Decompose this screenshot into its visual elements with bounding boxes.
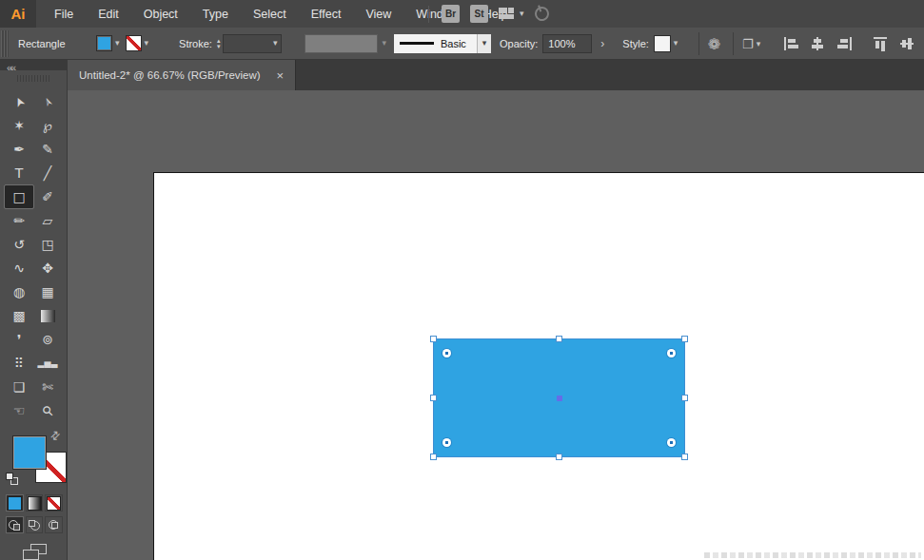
canvas[interactable] — [68, 90, 924, 560]
fill-swatch[interactable] — [96, 35, 112, 51]
stroke-none-swatch[interactable] — [126, 35, 142, 51]
tool-perspective-grid[interactable]: ▦ — [33, 280, 62, 303]
opacity-input[interactable]: 100% — [542, 34, 592, 53]
stroke-weight-dropdown[interactable]: ▾ — [223, 34, 282, 53]
tool-hand[interactable]: ☜ — [5, 399, 33, 422]
align-middle-button[interactable] — [896, 34, 917, 53]
menu-file[interactable]: File — [42, 0, 86, 28]
draw-inside-button[interactable] — [45, 516, 63, 533]
menu-view[interactable]: View — [353, 0, 403, 28]
shape-icon: ❐ — [742, 37, 754, 51]
tool-column-graph[interactable]: ▂▅▃ — [33, 352, 62, 375]
align-center-button[interactable] — [807, 34, 828, 53]
selection-handle[interactable] — [556, 336, 562, 342]
tool-lasso[interactable]: ℘ — [33, 114, 62, 137]
tool-width[interactable]: ∿ — [5, 257, 33, 280]
align-left-button[interactable] — [780, 34, 801, 53]
artboard-icon: ❏ — [13, 380, 26, 394]
opacity-submenu-arrow[interactable]: › — [596, 34, 609, 53]
chevron-down-icon: ▾ — [382, 39, 386, 48]
draw-behind-button[interactable] — [26, 516, 44, 533]
selection-handle[interactable] — [430, 454, 437, 460]
style-dropdown[interactable]: ▾ — [654, 35, 678, 52]
brush-dropdown-button[interactable]: ▾ — [477, 34, 491, 53]
tool-slice[interactable]: ✄ — [33, 376, 62, 398]
center-point[interactable] — [557, 396, 562, 401]
chevron-down-icon: ▾ — [674, 39, 678, 48]
selection-handle[interactable] — [430, 336, 437, 342]
default-fill-stroke-icon[interactable] — [6, 473, 19, 486]
tool-paintbrush[interactable]: ✐ — [33, 185, 62, 208]
selection-handle[interactable] — [681, 336, 688, 342]
shape-menu-button[interactable]: ❐ ▾ — [742, 28, 760, 60]
tool-zoom[interactable]: ⚲ — [33, 399, 62, 422]
tool-gradient[interactable]: ▒ — [33, 304, 62, 327]
panel-grip[interactable] — [17, 75, 49, 82]
illustrator-window: Ai FileEditObjectTypeSelectEffectViewWin… — [0, 0, 924, 560]
color-swatch-icon — [9, 497, 21, 510]
tool-direct-selection[interactable]: ➢ — [33, 90, 62, 113]
recolor-artwork-button[interactable]: ❁ — [708, 28, 720, 60]
tool-artboard[interactable]: ❏ — [5, 376, 33, 398]
selection-handle[interactable] — [556, 454, 562, 460]
corner-radius-widget[interactable] — [667, 438, 676, 447]
tool-mesh[interactable]: ▩ — [5, 304, 33, 327]
blend-icon: ⊚ — [42, 333, 53, 346]
tool-symbol-sprayer[interactable]: ⠿ — [5, 352, 33, 375]
screen-mode-button[interactable] — [23, 544, 61, 560]
tool-pen[interactable]: ✒ — [5, 138, 33, 161]
tool-shaper[interactable]: ✏ — [5, 209, 33, 232]
align-top-button[interactable] — [870, 34, 891, 53]
menu-effect[interactable]: Effect — [299, 0, 354, 28]
swap-fill-stroke-icon[interactable]: ⇄ — [48, 427, 64, 443]
corner-radius-widget[interactable] — [442, 349, 451, 357]
none-mode-button[interactable] — [45, 494, 63, 512]
tool-rotate[interactable]: ↺ — [5, 233, 33, 256]
menu-select[interactable]: Select — [241, 0, 299, 28]
tool-magic-wand[interactable]: ✶ — [5, 114, 33, 137]
corner-radius-widget[interactable] — [667, 349, 676, 357]
tool-rectangle[interactable]: □ — [5, 185, 33, 208]
tool-blend[interactable]: ⊚ — [33, 328, 62, 351]
menu-edit[interactable]: Edit — [86, 0, 131, 28]
selected-rectangle[interactable] — [433, 338, 685, 457]
tool-curvature[interactable]: ✎ — [33, 138, 62, 161]
document-tab[interactable]: Untitled-2* @ 66.67% (RGB/Preview) × — [68, 60, 296, 90]
fill-indicator[interactable] — [12, 435, 47, 470]
width-profile-dropdown[interactable] — [305, 34, 378, 53]
tool-type[interactable]: T — [5, 162, 33, 184]
tool-eyedropper[interactable]: ❜ — [5, 328, 33, 351]
stock-button[interactable]: St — [470, 5, 488, 23]
brush-preview[interactable]: Basic — [394, 34, 477, 53]
align-right-button[interactable] — [834, 34, 855, 53]
fill-color-dropdown[interactable]: ▾ — [96, 35, 120, 51]
workspace-switcher[interactable]: ▾ — [499, 8, 524, 20]
menubar-right: Br St ▾ — [428, 0, 549, 28]
selection-handle[interactable] — [430, 395, 437, 401]
style-swatch[interactable] — [654, 35, 671, 52]
selection-handle[interactable] — [681, 395, 688, 401]
tool-line-segment[interactable]: ╱ — [33, 162, 62, 184]
gradient-mode-button[interactable] — [26, 494, 44, 512]
divider — [698, 28, 699, 60]
tool-scale[interactable]: ◳ — [33, 233, 62, 256]
tool-shape-builder[interactable]: ◍ — [5, 280, 33, 303]
corner-radius-widget[interactable] — [442, 438, 451, 447]
close-tab-button[interactable]: × — [276, 68, 284, 83]
color-mode-button[interactable] — [6, 494, 24, 512]
step-down-icon[interactable]: ▾ — [217, 44, 221, 49]
panel-grip-handle[interactable] — [1, 30, 9, 57]
tool-eraser[interactable]: ▱ — [33, 209, 62, 232]
power-icon[interactable] — [533, 5, 551, 23]
draw-normal-button[interactable] — [6, 516, 24, 533]
tool-free-transform[interactable]: ✥ — [33, 257, 62, 280]
brush-definition-dropdown[interactable]: Basic ▾ — [394, 34, 491, 53]
tool-selection[interactable]: ➤ — [5, 90, 33, 113]
menu-object[interactable]: Object — [131, 0, 190, 28]
menu-type[interactable]: Type — [190, 0, 241, 28]
stroke-color-dropdown[interactable]: ▾ — [126, 35, 149, 51]
selection-handle[interactable] — [681, 454, 688, 460]
bridge-button[interactable]: Br — [442, 5, 460, 23]
stroke-weight-stepper[interactable]: ▴ ▾ — [217, 38, 221, 49]
opacity-value: 100% — [548, 38, 575, 49]
